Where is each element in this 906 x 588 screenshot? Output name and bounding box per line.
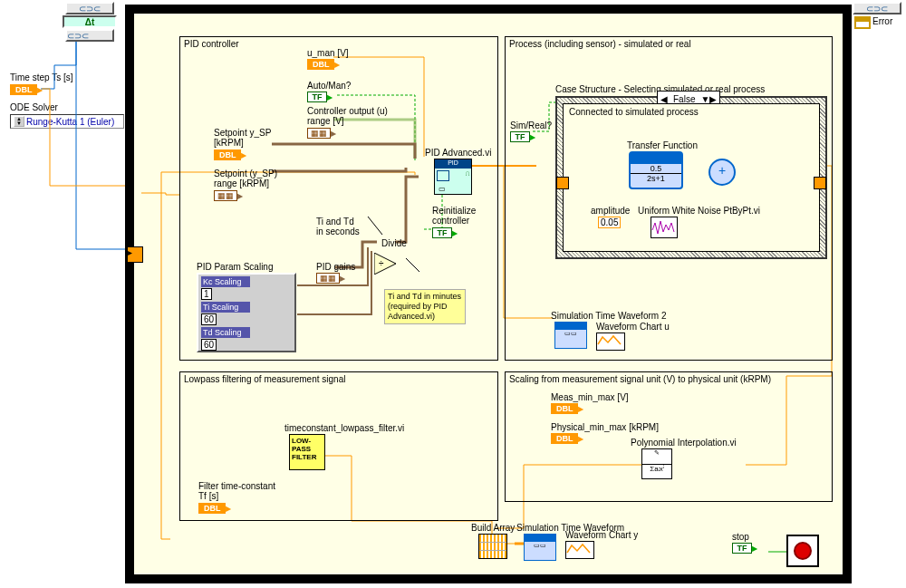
divide-node: ÷	[374, 253, 396, 275]
phys-terminal: DBL▶	[551, 433, 583, 444]
sim-real-label: Sim/Real?	[510, 120, 552, 130]
error-terminal: Error	[854, 16, 900, 29]
poly-label: Polynomial Interpolation.vi	[631, 438, 737, 448]
tf-const-terminal: DBL▶	[198, 503, 231, 514]
lowpass-vi-label: timeconstant_lowpass_filter.vi	[284, 423, 404, 433]
simwave-vi[interactable]: ▭▭	[524, 534, 556, 561]
u-man-terminal: DBL▶	[307, 59, 340, 70]
pid-controller-frame: PID controller u_man [V] DBL▶ Auto/Man? …	[179, 36, 498, 361]
process-title: Process (including sensor) - simulated o…	[509, 39, 691, 49]
svg-marker-2	[374, 253, 396, 275]
tf-const-label: Filter time-constant Tf [s]	[198, 481, 275, 501]
pid-vi-label: PID Advanced.vi	[425, 148, 491, 158]
pid-note: Ti and Td in minutes (required by PID Ad…	[384, 289, 466, 324]
time-step-label: Time step Ts [s]	[10, 72, 72, 82]
chart-u-label: Waveform Chart u	[596, 322, 670, 332]
divide-label: Divide	[381, 238, 407, 248]
chart-u-terminal	[596, 333, 625, 351]
svg-text:÷: ÷	[379, 258, 384, 268]
noise-vi[interactable]	[651, 217, 678, 238]
ti-value[interactable]: 60	[201, 313, 217, 325]
process-frame: Process (including sensor) - simulated o…	[505, 36, 833, 361]
build-array-label: Build Array	[471, 523, 515, 533]
lowpass-frame: Lowpass filtering of measurement signal …	[179, 371, 498, 521]
case-tunnel-out	[814, 177, 826, 189]
chart-y-label: Waveform Chart y	[565, 530, 638, 540]
dt-indicator: Δt	[63, 15, 117, 28]
simulation-loop: ▸	[125, 5, 852, 583]
pid-scaling-label: PID Param Scaling	[197, 262, 273, 272]
pid-gains-label: PID gains	[316, 262, 355, 272]
reinit-label: Reinitialize controller	[432, 206, 476, 226]
setpoint-range-terminal: ▦▦▶	[214, 190, 243, 201]
time-step-terminal: DBL▶	[10, 84, 43, 95]
kc-label: Kc Scaling	[201, 276, 250, 287]
pid-param-scaling-cluster: Kc Scaling 1 Ti Scaling 60 Td Scaling 60	[197, 273, 296, 352]
amp-label: amplitude	[591, 206, 630, 216]
amp-value[interactable]: 0.05	[598, 217, 621, 228]
auto-man-label: Auto/Man?	[307, 81, 351, 91]
transfer-function-block[interactable]: 0.5 2s+1	[629, 151, 683, 189]
scaling-frame: Scaling from measurement signal unit (V)…	[505, 371, 833, 502]
error-timing-node: ⊂⊃⊂	[853, 2, 901, 14]
case-structure: ◀False▼▶ Connected to simulated process …	[555, 96, 827, 259]
lowpass-vi[interactable]: LOW- PASS FILTER	[289, 434, 325, 470]
meas-terminal: DBL▶	[551, 403, 583, 414]
meas-label: Meas_min_max [V]	[551, 392, 629, 402]
tf-label: Transfer Function	[627, 140, 698, 150]
ctrl-out-label: Controller output (u) range [V]	[307, 106, 388, 126]
ctrl-out-terminal: ▦▦▶	[307, 128, 336, 139]
loop-stop-condition[interactable]	[786, 535, 819, 567]
setpoint-range-label: Setpoint (y_SP) range [kRPM]	[214, 169, 277, 188]
shift-register-left: ▸	[127, 246, 143, 263]
sim-real-terminal: TF▶	[510, 131, 535, 142]
pid-gains-terminal: ▦▦▶	[316, 273, 345, 284]
timing-node-bottom: ⊂⊃⊂	[65, 29, 114, 42]
auto-man-terminal: TF▶	[307, 92, 333, 102]
add-node: +	[708, 159, 736, 186]
td-value[interactable]: 60	[201, 339, 217, 351]
poly-vi[interactable]: ✎ Σaᵢxⁱ	[641, 448, 672, 479]
stop-label: stop	[732, 532, 749, 542]
phys-label: Physical_min_max [kRPM]	[551, 422, 659, 432]
setpoint-sp-terminal: DBL▶	[214, 149, 246, 160]
ode-solver-value[interactable]: ▲▼ Runge-Kutta 1 (Euler)	[10, 114, 124, 129]
pid-title: PID controller	[184, 39, 239, 49]
stop-terminal[interactable]: TF▶	[732, 543, 757, 554]
pid-advanced-vi[interactable]: PID ⎍ ▭	[434, 159, 472, 195]
noise-vi-label: Uniform White Noise PtByPt.vi	[638, 206, 760, 216]
scaling-title: Scaling from measurement signal unit (V)…	[509, 374, 771, 384]
simwave2-label: Simulation Time Waveform 2	[551, 311, 666, 321]
kc-value[interactable]: 1	[201, 288, 212, 300]
ode-solver-label: ODE Solver	[10, 102, 58, 112]
reinit-terminal: TF▶	[432, 227, 458, 238]
chart-y-terminal	[565, 541, 594, 559]
build-array-node[interactable]	[478, 534, 507, 559]
u-man-label: u_man [V]	[307, 48, 349, 58]
ti-td-sec-label: Ti and Td in seconds	[316, 217, 360, 236]
conn-label: Connected to simulated process	[569, 107, 699, 117]
timing-node-top: ⊂⊃⊂	[65, 2, 114, 14]
case-tunnel-in	[556, 177, 569, 189]
ti-label: Ti Scaling	[201, 302, 250, 313]
setpoint-sp-label: Setpoint y_SP [kRPM]	[214, 128, 271, 148]
simwave2-vi[interactable]: ▭▭	[554, 322, 587, 349]
td-label: Td Scaling	[201, 327, 250, 338]
lowpass-title: Lowpass filtering of measurement signal	[184, 374, 345, 384]
